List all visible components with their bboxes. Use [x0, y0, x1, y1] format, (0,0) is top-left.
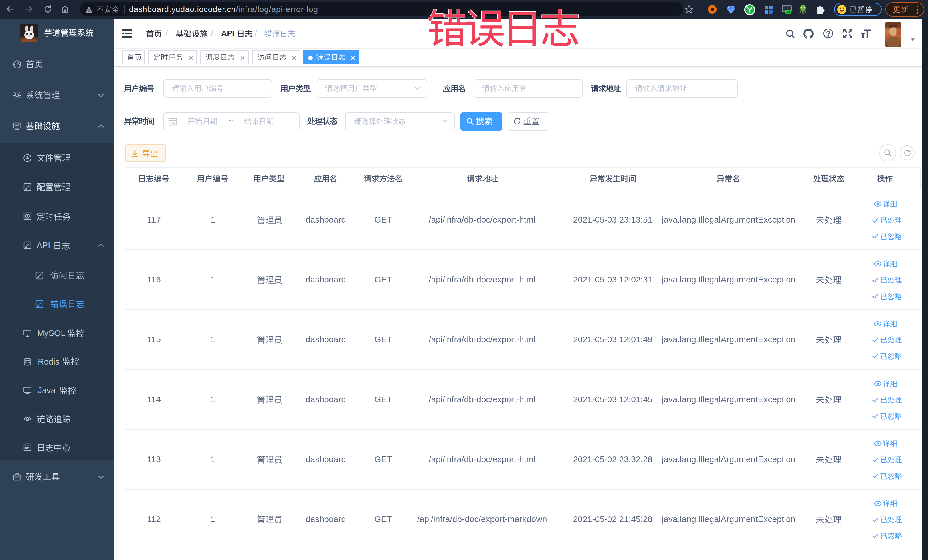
svg-text:on: on	[786, 10, 790, 13]
